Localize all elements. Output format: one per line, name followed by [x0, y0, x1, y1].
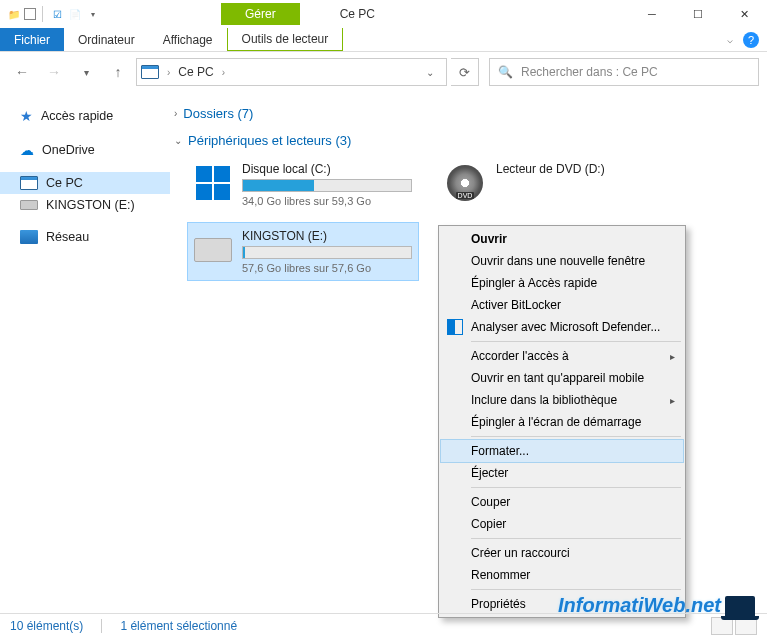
status-selection: 1 élément sélectionné — [120, 619, 237, 633]
nav-label: Ce PC — [46, 176, 83, 190]
qat-separator — [42, 6, 43, 22]
nav-this-pc[interactable]: Ce PC — [0, 172, 170, 194]
chevron-right-icon[interactable]: › — [222, 67, 225, 78]
chevron-right-icon: ▸ — [670, 351, 675, 362]
address-bar[interactable]: › Ce PC › ⌄ — [136, 58, 447, 86]
separator — [471, 341, 681, 342]
file-tab[interactable]: Fichier — [0, 28, 64, 51]
address-segment[interactable]: Ce PC — [178, 65, 213, 79]
drive-name: Lecteur de DVD (D:) — [496, 162, 662, 176]
status-bar: 10 élément(s) 1 élément sélectionné — [0, 613, 767, 637]
usb-drive-icon — [20, 200, 38, 210]
usb-drive-icon — [194, 229, 232, 271]
cloud-icon: ☁ — [20, 142, 34, 158]
back-button[interactable]: ← — [8, 58, 36, 86]
ribbon-collapse-icon[interactable]: ⌵ — [727, 34, 733, 45]
contextual-tab-header: Gérer — [221, 3, 300, 25]
drive-name: KINGSTON (E:) — [242, 229, 412, 243]
details-view-button[interactable] — [711, 617, 733, 635]
nav-label: KINGSTON (E:) — [46, 198, 135, 212]
ctx-copy[interactable]: Copier — [441, 513, 683, 535]
ctx-eject[interactable]: Éjecter — [441, 462, 683, 484]
chevron-right-icon: › — [174, 108, 177, 119]
status-item-count: 10 élément(s) — [10, 619, 83, 633]
search-icon: 🔍 — [498, 65, 513, 79]
nav-onedrive[interactable]: ☁OneDrive — [0, 138, 170, 162]
ctx-format[interactable]: Formater... — [441, 440, 683, 462]
properties-qat-icon[interactable] — [24, 8, 36, 20]
new-folder-qat-icon[interactable]: 📄 — [67, 6, 83, 22]
group-label: Dossiers (7) — [183, 106, 253, 121]
refresh-button[interactable]: ⟳ — [451, 58, 479, 86]
help-icon[interactable]: ? — [743, 32, 759, 48]
separator — [101, 619, 102, 633]
ctx-grant-access[interactable]: Accorder l'accès à▸ — [441, 345, 683, 367]
window-title: Ce PC — [340, 7, 375, 21]
separator — [471, 487, 681, 488]
ctx-label: Accorder l'accès à — [471, 349, 569, 363]
drive-freespace: 34,0 Go libres sur 59,3 Go — [242, 195, 412, 207]
dvd-drive-icon — [444, 162, 486, 204]
capacity-bar — [242, 179, 412, 192]
nav-network[interactable]: Réseau — [0, 226, 170, 248]
maximize-button[interactable]: ☐ — [675, 0, 721, 28]
ctx-open-mobile[interactable]: Ouvrir en tant qu'appareil mobile — [441, 367, 683, 389]
group-label: Périphériques et lecteurs (3) — [188, 133, 351, 148]
up-button[interactable]: ↑ — [104, 58, 132, 86]
drive-tools-tab[interactable]: Outils de lecteur — [227, 28, 344, 51]
windows-drive-icon — [194, 162, 232, 204]
context-menu: Ouvrir Ouvrir dans une nouvelle fenêtre … — [438, 225, 686, 618]
ctx-pin-start[interactable]: Épingler à l'écran de démarrage — [441, 411, 683, 433]
folders-group-header[interactable]: › Dossiers (7) — [170, 102, 757, 129]
capacity-bar — [242, 246, 412, 259]
qat-dropdown-icon[interactable]: ▾ — [85, 6, 101, 22]
search-placeholder: Rechercher dans : Ce PC — [521, 65, 658, 79]
checkbox-qat-icon[interactable]: ☑ — [49, 6, 65, 22]
ctx-bitlocker[interactable]: Activer BitLocker — [441, 294, 683, 316]
nav-label: Réseau — [46, 230, 89, 244]
separator — [471, 436, 681, 437]
search-input[interactable]: 🔍 Rechercher dans : Ce PC — [489, 58, 759, 86]
folder-icon: 📁 — [6, 6, 22, 22]
navigation-pane: ★Accès rapide ☁OneDrive Ce PC KINGSTON (… — [0, 92, 170, 613]
ctx-open[interactable]: Ouvrir — [441, 228, 683, 250]
ctx-label: Analyser avec Microsoft Defender... — [471, 320, 660, 334]
ctx-rename[interactable]: Renommer — [441, 564, 683, 586]
drive-c[interactable]: Disque local (C:) 34,0 Go libres sur 59,… — [188, 156, 418, 213]
pc-icon — [20, 176, 38, 190]
separator — [471, 589, 681, 590]
computer-tab[interactable]: Ordinateur — [64, 28, 149, 51]
star-icon: ★ — [20, 108, 33, 124]
ctx-open-new-window[interactable]: Ouvrir dans une nouvelle fenêtre — [441, 250, 683, 272]
drive-freespace: 57,6 Go libres sur 57,6 Go — [242, 262, 412, 274]
nav-label: Accès rapide — [41, 109, 113, 123]
minimize-button[interactable]: ─ — [629, 0, 675, 28]
drive-kingston[interactable]: KINGSTON (E:) 57,6 Go libres sur 57,6 Go — [188, 223, 418, 280]
drive-name: Disque local (C:) — [242, 162, 412, 176]
view-tab[interactable]: Affichage — [149, 28, 227, 51]
network-icon — [20, 230, 38, 244]
ctx-cut[interactable]: Couper — [441, 491, 683, 513]
chevron-right-icon: ▸ — [670, 395, 675, 406]
ctx-defender[interactable]: Analyser avec Microsoft Defender... — [441, 316, 683, 338]
chevron-down-icon: ⌄ — [174, 135, 182, 146]
shield-icon — [447, 319, 463, 335]
separator — [471, 538, 681, 539]
ctx-pin-quick-access[interactable]: Épingler à Accès rapide — [441, 272, 683, 294]
address-dropdown-icon[interactable]: ⌄ — [418, 67, 442, 78]
forward-button[interactable]: → — [40, 58, 68, 86]
close-button[interactable]: ✕ — [721, 0, 767, 28]
nav-label: OneDrive — [42, 143, 95, 157]
ctx-include-library[interactable]: Inclure dans la bibliothèque▸ — [441, 389, 683, 411]
nav-quick-access[interactable]: ★Accès rapide — [0, 104, 170, 128]
ctx-shortcut[interactable]: Créer un raccourci — [441, 542, 683, 564]
ctx-label: Inclure dans la bibliothèque — [471, 393, 617, 407]
thumbnails-view-button[interactable] — [735, 617, 757, 635]
pc-icon — [141, 65, 159, 79]
ctx-properties[interactable]: Propriétés — [441, 593, 683, 615]
chevron-right-icon[interactable]: › — [167, 67, 170, 78]
nav-kingston[interactable]: KINGSTON (E:) — [0, 194, 170, 216]
drive-dvd[interactable]: Lecteur de DVD (D:) — [438, 156, 668, 213]
recent-locations-icon[interactable]: ▾ — [72, 58, 100, 86]
devices-group-header[interactable]: ⌄ Périphériques et lecteurs (3) — [170, 129, 757, 156]
